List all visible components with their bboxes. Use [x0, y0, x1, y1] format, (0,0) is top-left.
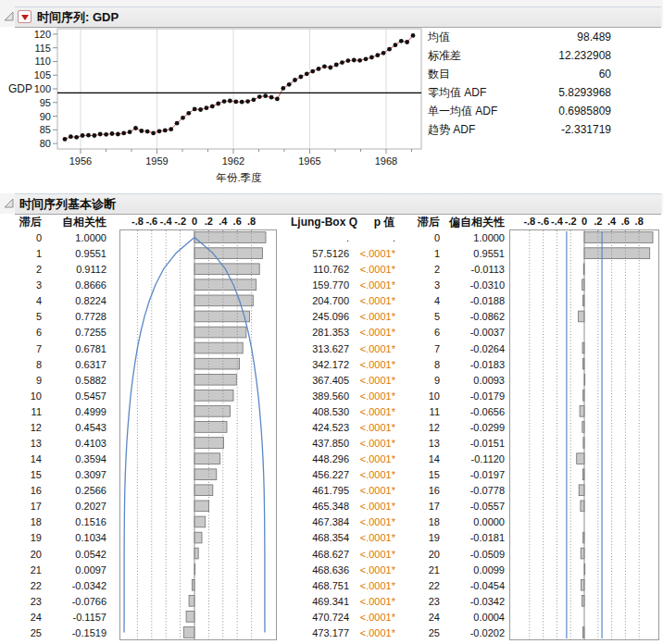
table-cell: -0.0342	[51, 578, 106, 594]
table-cell: <.0001*	[306, 293, 395, 309]
y-tick-label: 120	[34, 29, 51, 40]
header-lag: 滞后	[14, 215, 42, 229]
table-cell: -0.0179	[449, 389, 505, 404]
stat-value: 98.489	[577, 28, 611, 46]
data-point	[357, 58, 362, 63]
data-point	[93, 133, 97, 138]
data-point	[281, 86, 285, 91]
table-cell: -0.0181	[449, 530, 505, 546]
data-point	[151, 131, 156, 136]
stat-row-std: 标准差12.232908	[428, 46, 611, 65]
table-cell: 3	[412, 278, 440, 293]
data-point	[98, 132, 103, 137]
data-point	[299, 75, 304, 80]
data-point	[169, 127, 173, 131]
table-cell: <.0001*	[306, 389, 395, 404]
data-point	[369, 56, 374, 60]
data-point	[86, 133, 91, 138]
table-cell: 0.9112	[51, 262, 106, 278]
pacf-bar	[579, 485, 584, 496]
disclosure-open-icon[interactable]	[3, 10, 15, 22]
table-cell: 24	[412, 610, 440, 625]
table-cell: 1.0000	[51, 230, 106, 246]
lag-column: 0123456789101112131415161718192021222324…	[14, 230, 42, 641]
data-point	[175, 121, 180, 126]
axis-tick-label: .8	[247, 216, 256, 227]
pacf-bar	[581, 548, 584, 559]
table-cell: 4	[412, 293, 440, 309]
data-point	[252, 97, 256, 102]
data-point	[81, 133, 85, 138]
acf-bar	[183, 627, 194, 638]
table-cell: 0	[14, 230, 42, 246]
x-axis-title: 年份.季度	[215, 172, 262, 183]
table-cell: 0.8666	[51, 278, 106, 293]
red-triangle-menu-icon	[21, 15, 29, 20]
table-cell: -0.0188	[449, 293, 505, 309]
table-cell: 20	[14, 547, 42, 563]
table-cell: 24	[14, 610, 42, 625]
table-cell: -0.0197	[449, 467, 505, 483]
axis-tick-label: .8	[635, 216, 644, 227]
x-tick-label: 1959	[145, 155, 168, 167]
x-tick-label: 1968	[375, 155, 397, 167]
x-tick-label: 1965	[298, 155, 320, 167]
pacf-axis-labels: -.8-.6-.4-.20.2.4.6.8	[509, 216, 659, 229]
time-series-plot: GDP 年份.季度 808590951001051101151201956195…	[0, 27, 435, 193]
table-cell: <.0001*	[306, 547, 395, 563]
data-point	[139, 129, 144, 133]
table-cell: 5	[412, 309, 440, 325]
table-cell: <.0001*	[306, 530, 395, 546]
data-point	[269, 95, 274, 100]
table-cell: 6	[412, 325, 440, 341]
disclosure-open-icon[interactable]	[3, 197, 15, 209]
data-point	[375, 53, 380, 57]
table-cell: <.0001*	[306, 452, 395, 467]
stat-label: 零均值 ADF	[428, 83, 486, 102]
table-cell: 0.5882	[51, 373, 106, 389]
table-cell: <.0001*	[306, 262, 395, 278]
acf-bar	[194, 358, 240, 369]
data-point	[74, 135, 79, 140]
axis-tick-label: -.4	[160, 216, 172, 227]
table-cell: 2	[412, 262, 440, 278]
table-cell: 0.4103	[51, 436, 106, 452]
panel2-title-bar: 时间序列基本诊断	[15, 193, 661, 215]
x-tick-label: 1956	[69, 155, 92, 167]
table-cell: 1	[412, 246, 440, 262]
data-point	[193, 107, 197, 112]
data-point	[263, 93, 268, 98]
table-cell: 7	[412, 341, 440, 357]
acf-bar	[194, 232, 266, 243]
data-point	[145, 130, 150, 134]
table-cell: 1	[14, 246, 42, 262]
data-point	[310, 69, 315, 74]
table-cell: 19	[412, 530, 440, 546]
table-cell: 0.2566	[51, 483, 106, 499]
table-cell: 17	[412, 499, 440, 514]
table-cell: <.0001*	[306, 325, 395, 341]
acf-bar	[194, 453, 220, 464]
table-cell: -0.0342	[449, 594, 505, 610]
table-cell: 11	[412, 404, 440, 420]
y-tick-label: 80	[40, 138, 51, 149]
table-cell: 2	[14, 262, 42, 278]
data-point	[121, 131, 126, 136]
data-point	[205, 105, 209, 110]
acf-bar	[194, 406, 231, 417]
axis-tick-label: .6	[621, 216, 630, 227]
stat-value: 0.6985809	[558, 102, 611, 120]
red-triangle-menu-button[interactable]	[18, 10, 31, 23]
table-cell: 10	[14, 389, 42, 404]
table-cell: -0.0778	[449, 483, 505, 499]
table-cell: 0.5457	[51, 389, 106, 404]
acf-bar	[194, 390, 233, 402]
x-tick-label: 1962	[222, 155, 244, 167]
acf-bar	[194, 374, 236, 385]
table-cell: <.0001*	[306, 309, 395, 325]
data-point	[63, 137, 68, 142]
data-point	[328, 66, 332, 70]
axis-tick-label: .4	[607, 216, 616, 227]
data-point	[240, 100, 244, 105]
stat-value: 60	[599, 65, 611, 83]
